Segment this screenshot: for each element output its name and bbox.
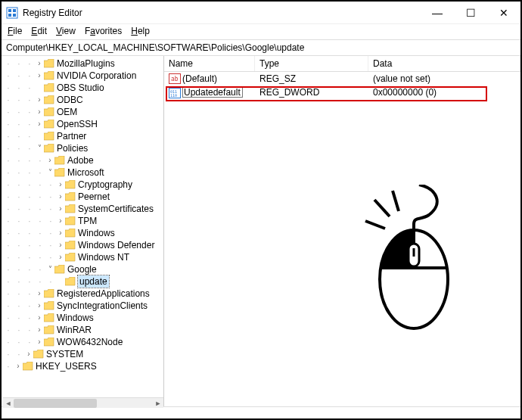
- value-name-edit[interactable]: [182, 86, 243, 98]
- col-header-type[interactable]: Type: [255, 56, 368, 71]
- tree-label[interactable]: Windows Defender: [78, 239, 154, 251]
- tree-item[interactable]: ···›SyncIntegrationClients: [3, 300, 163, 312]
- tree-label[interactable]: SYSTEM: [46, 348, 83, 360]
- expander-icon[interactable]: ›: [56, 203, 65, 215]
- tree-item[interactable]: ·····›Windows Defender: [3, 239, 163, 251]
- tree-label[interactable]: Google: [67, 263, 97, 275]
- tree-label[interactable]: Windows: [78, 227, 115, 239]
- scroll-right-arrow-icon[interactable]: ►: [153, 400, 163, 407]
- tree-item[interactable]: ···›RegisteredApplications: [3, 288, 163, 300]
- tree-label[interactable]: Partner: [57, 130, 86, 142]
- menu-view[interactable]: View: [56, 26, 76, 36]
- tree-label[interactable]: Windows NT: [78, 251, 129, 263]
- tree-item[interactable]: ····˅Microsoft: [3, 166, 163, 179]
- tree-label[interactable]: Cryptography: [78, 179, 132, 191]
- tree-item[interactable]: ···›NVIDIA Corporation: [3, 70, 163, 82]
- scroll-left-arrow-icon[interactable]: ◄: [3, 400, 14, 407]
- tree-label[interactable]: SystemCertificates: [78, 203, 154, 215]
- expander-icon[interactable]: ›: [35, 324, 44, 336]
- tree-label[interactable]: Windows: [57, 312, 94, 324]
- expander-icon[interactable]: ›: [56, 239, 65, 251]
- expander-icon[interactable]: ›: [35, 312, 44, 324]
- values-body: ab(Default)REG_SZ(value not set)011110RE…: [164, 72, 520, 99]
- tree-horizontal-scrollbar[interactable]: ◄ ►: [3, 397, 163, 408]
- tree-label[interactable]: SyncIntegrationClients: [57, 300, 148, 312]
- tree-label[interactable]: Microsoft: [67, 166, 104, 179]
- expander-icon[interactable]: ›: [35, 58, 44, 70]
- tree-label[interactable]: ODBC: [57, 94, 83, 106]
- folder-icon: [65, 277, 76, 286]
- tree-item[interactable]: ·····›Windows NT: [3, 251, 163, 263]
- tree-item[interactable]: ···Partner: [3, 130, 163, 142]
- expander-icon[interactable]: ›: [35, 300, 44, 312]
- menu-file[interactable]: File: [8, 26, 22, 36]
- tree-label[interactable]: WOW6432Node: [57, 336, 123, 348]
- expander-icon[interactable]: ˅: [45, 263, 54, 275]
- tree-item[interactable]: ·····›Peernet: [3, 191, 163, 203]
- expander-icon[interactable]: ›: [45, 154, 54, 166]
- expander-icon[interactable]: ›: [14, 360, 23, 372]
- tree-item[interactable]: ·····update: [3, 275, 163, 288]
- tree-label[interactable]: OBS Studio: [57, 82, 104, 94]
- expander-icon[interactable]: ›: [56, 179, 65, 191]
- close-button[interactable]: ✕: [487, 2, 520, 24]
- tree-item[interactable]: ····˅Google: [3, 263, 163, 275]
- tree-item[interactable]: ···›OpenSSH: [3, 118, 163, 130]
- tree-item[interactable]: ···›MozillaPlugins: [3, 58, 163, 70]
- tree-label[interactable]: WinRAR: [57, 324, 92, 336]
- tree-label[interactable]: NVIDIA Corporation: [57, 70, 136, 82]
- value-name-cell[interactable]: ab(Default): [164, 73, 255, 85]
- expander-icon[interactable]: ›: [24, 348, 33, 360]
- tree-item[interactable]: ·····›SystemCertificates: [3, 203, 163, 215]
- tree-label[interactable]: Policies: [57, 142, 88, 154]
- tree-item[interactable]: ···›ODBC: [3, 94, 163, 106]
- tree-panel[interactable]: ···›MozillaPlugins···›NVIDIA Corporation…: [2, 56, 164, 406]
- expander-icon[interactable]: ›: [56, 227, 65, 239]
- tree-item[interactable]: ···›WinRAR: [3, 324, 163, 336]
- expander-icon[interactable]: ›: [35, 94, 44, 106]
- expander-icon[interactable]: ›: [56, 191, 65, 203]
- tree-item[interactable]: ···›Windows: [3, 312, 163, 324]
- menu-help[interactable]: Help: [131, 26, 150, 36]
- maximize-button[interactable]: ☐: [454, 2, 487, 24]
- tree-label[interactable]: OEM: [57, 106, 77, 118]
- minimize-button[interactable]: —: [421, 2, 454, 24]
- tree-label[interactable]: MozillaPlugins: [57, 58, 115, 70]
- tree-item[interactable]: ·····›Cryptography: [3, 179, 163, 191]
- expander-icon[interactable]: ›: [35, 288, 44, 300]
- menu-favorites[interactable]: Favorites: [85, 26, 122, 36]
- tree-item[interactable]: ···OBS Studio: [3, 82, 163, 94]
- tree-item[interactable]: ···›OEM: [3, 106, 163, 118]
- value-name-cell[interactable]: 011110: [164, 86, 255, 98]
- scroll-thumb[interactable]: [14, 399, 97, 408]
- tree-item[interactable]: ·›HKEY_USERS: [3, 360, 163, 372]
- tree-item[interactable]: ·····›Windows: [3, 227, 163, 239]
- col-header-name[interactable]: Name: [164, 56, 255, 71]
- expander-icon[interactable]: ˅: [45, 166, 54, 179]
- expander-icon[interactable]: ›: [35, 118, 44, 130]
- expander-icon[interactable]: ›: [35, 336, 44, 348]
- tree-label[interactable]: Adobe: [67, 154, 94, 166]
- expander-icon[interactable]: ›: [35, 70, 44, 82]
- tree-item[interactable]: ····›Adobe: [3, 154, 163, 166]
- tree-label[interactable]: Peernet: [78, 191, 110, 203]
- tree-label[interactable]: HKEY_USERS: [36, 360, 97, 372]
- value-row[interactable]: 011110REG_DWORD0x00000000 (0): [164, 86, 520, 99]
- tree-label[interactable]: TPM: [78, 215, 97, 227]
- expander-icon[interactable]: ˅: [35, 142, 44, 154]
- expander-icon[interactable]: ›: [56, 251, 65, 263]
- expander-icon[interactable]: ›: [56, 215, 65, 227]
- tree-label[interactable]: RegisteredApplications: [57, 288, 150, 300]
- col-header-data[interactable]: Data: [368, 56, 520, 71]
- tree-label[interactable]: update: [78, 275, 109, 288]
- value-row[interactable]: ab(Default)REG_SZ(value not set): [164, 72, 520, 86]
- tree-label[interactable]: OpenSSH: [57, 118, 98, 130]
- tree-item[interactable]: ··›SYSTEM: [3, 348, 163, 360]
- folder-icon: [65, 241, 76, 250]
- address-bar[interactable]: Computer\HKEY_LOCAL_MACHINE\SOFTWARE\Pol…: [2, 40, 520, 56]
- menu-edit[interactable]: Edit: [31, 26, 47, 36]
- expander-icon[interactable]: ›: [35, 106, 44, 118]
- tree-item[interactable]: ···›WOW6432Node: [3, 336, 163, 348]
- tree-item[interactable]: ·····›TPM: [3, 215, 163, 227]
- tree-item[interactable]: ···˅Policies: [3, 142, 163, 154]
